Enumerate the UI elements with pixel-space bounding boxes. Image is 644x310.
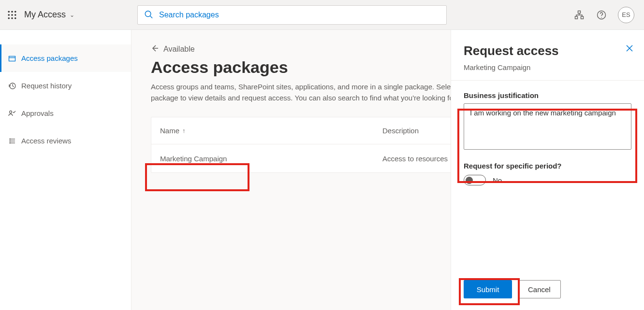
svg-point-23 — [10, 139, 11, 139]
sidebar-item-access-packages[interactable]: Access packages — [0, 44, 131, 72]
sidebar: Access packages Request history Approval… — [0, 30, 132, 310]
avatar[interactable]: ES — [618, 7, 634, 23]
panel-header: Request access Marketing Campaign — [451, 30, 644, 81]
panel-subtitle: Marketing Campaign — [464, 63, 631, 71]
svg-rect-11 — [578, 11, 581, 13]
svg-rect-12 — [575, 16, 578, 19]
column-name[interactable]: Name ↑ — [160, 127, 382, 135]
column-name-label: Name — [160, 127, 179, 135]
svg-point-8 — [15, 17, 16, 19]
search-wrap — [137, 5, 447, 25]
panel-footer: Submit Cancel — [451, 271, 644, 310]
svg-point-24 — [10, 141, 11, 141]
avatar-initials: ES — [622, 11, 630, 18]
reviews-icon — [8, 137, 16, 145]
svg-point-7 — [11, 17, 13, 19]
svg-point-9 — [145, 11, 151, 16]
package-icon — [8, 55, 16, 62]
period-toggle[interactable] — [464, 175, 486, 185]
svg-point-1 — [11, 11, 13, 13]
svg-point-25 — [10, 142, 11, 143]
sidebar-item-label: Approvals — [21, 109, 54, 117]
period-toggle-state: No — [493, 176, 502, 184]
close-icon — [626, 44, 633, 52]
help-icon — [597, 10, 606, 20]
justification-label: Business justification — [464, 91, 631, 99]
sidebar-item-request-history[interactable]: Request history — [0, 72, 131, 99]
app-launcher-button[interactable] — [0, 11, 24, 19]
app-title: My Access — [24, 10, 66, 20]
svg-rect-16 — [9, 56, 15, 61]
svg-point-3 — [8, 14, 10, 16]
top-header: My Access ⌄ ES — [0, 0, 644, 30]
header-right: ES — [573, 7, 634, 23]
panel-title: Request access — [464, 43, 631, 58]
package-description: Access to resources — [382, 155, 448, 163]
column-description-label: Description — [382, 127, 419, 135]
svg-point-2 — [15, 11, 16, 13]
sitemap-icon — [574, 10, 584, 20]
svg-point-5 — [15, 14, 16, 16]
history-icon — [8, 82, 16, 90]
sidebar-item-label: Access reviews — [21, 137, 71, 145]
cell-name: Marketing Campaign — [160, 155, 382, 163]
cancel-button[interactable]: Cancel — [518, 280, 561, 298]
sidebar-item-access-reviews[interactable]: Access reviews — [0, 127, 131, 155]
svg-point-15 — [601, 17, 602, 18]
back-arrow-icon — [151, 44, 159, 54]
help-button[interactable] — [596, 9, 607, 21]
svg-rect-13 — [581, 16, 584, 19]
search-icon — [144, 10, 153, 20]
sort-ascending-icon: ↑ — [182, 127, 186, 134]
svg-point-19 — [10, 111, 12, 113]
sidebar-item-approvals[interactable]: Approvals — [0, 99, 131, 127]
request-access-panel: Request access Marketing Campaign Busine… — [451, 30, 644, 310]
sidebar-item-label: Access packages — [21, 54, 78, 62]
submit-button[interactable]: Submit — [464, 280, 512, 298]
search-input[interactable] — [137, 5, 447, 25]
svg-point-6 — [8, 17, 10, 19]
period-toggle-row: No — [464, 175, 631, 185]
svg-point-0 — [8, 11, 10, 13]
app-title-dropdown[interactable]: My Access ⌄ — [24, 10, 89, 20]
package-name: Marketing Campaign — [160, 155, 227, 163]
waffle-icon — [8, 11, 16, 19]
toggle-knob — [466, 177, 473, 184]
justification-input[interactable] — [464, 103, 631, 150]
approvals-icon — [8, 110, 16, 117]
chevron-down-icon: ⌄ — [70, 12, 74, 18]
breadcrumb-label: Available — [163, 45, 195, 54]
close-button[interactable] — [626, 44, 633, 55]
period-label: Request for specific period? — [464, 162, 631, 170]
svg-point-4 — [11, 14, 13, 16]
sidebar-item-label: Request history — [21, 82, 72, 90]
svg-line-10 — [150, 16, 152, 18]
panel-body: Business justification Request for speci… — [451, 81, 644, 271]
directory-icon-button[interactable] — [573, 9, 585, 21]
page-description: Access groups and teams, SharePoint site… — [151, 82, 480, 103]
